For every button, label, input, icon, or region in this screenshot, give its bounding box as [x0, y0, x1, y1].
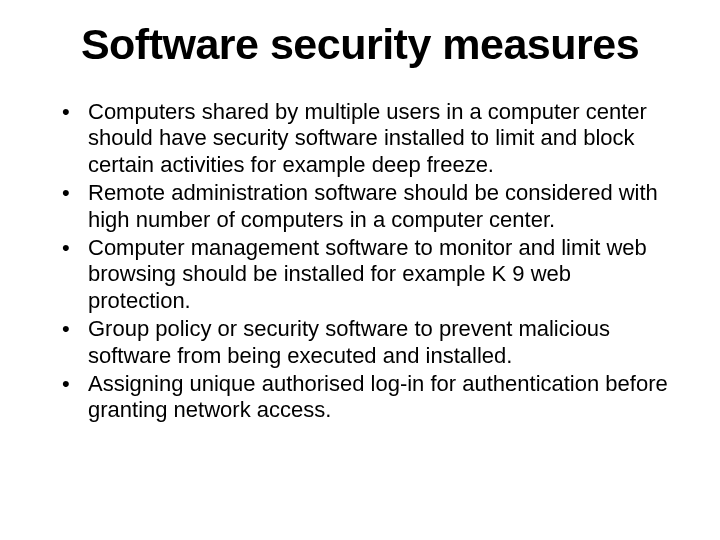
- list-item: Computers shared by multiple users in a …: [78, 99, 670, 178]
- slide-title: Software security measures: [50, 20, 670, 69]
- bullet-list: Computers shared by multiple users in a …: [50, 99, 670, 424]
- list-item: Assigning unique authorised log-in for a…: [78, 371, 670, 424]
- list-item: Remote administration software should be…: [78, 180, 670, 233]
- list-item: Group policy or security software to pre…: [78, 316, 670, 369]
- list-item: Computer management software to monitor …: [78, 235, 670, 314]
